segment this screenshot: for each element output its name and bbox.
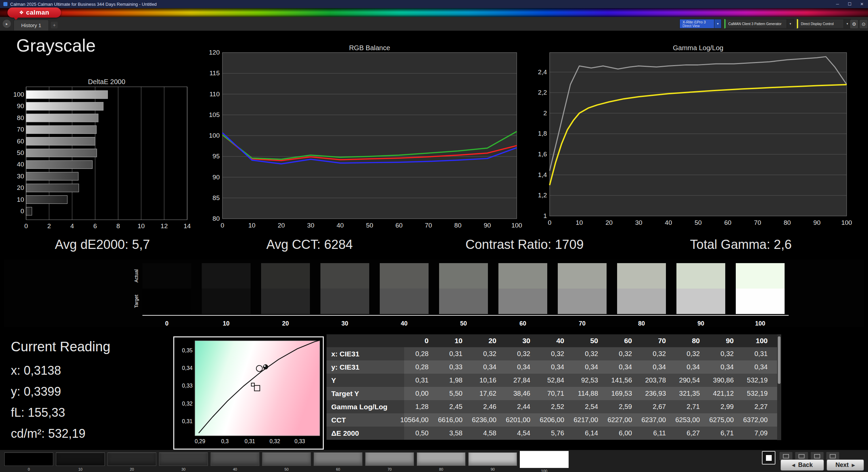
history-nav-button[interactable]: ▸ <box>3 20 11 28</box>
table-cell: 5,76 <box>540 427 574 440</box>
table-cell: 1,28 <box>404 400 438 413</box>
table-column-header: 80 <box>675 334 709 347</box>
gear-icon[interactable]: ⚙ <box>850 19 859 29</box>
pattern-swatch-button[interactable] <box>262 452 311 466</box>
table-cell: 2,54 <box>574 400 608 413</box>
svg-text:0,31: 0,31 <box>182 418 193 424</box>
table-cell: 2,59 <box>608 400 642 413</box>
pattern-swatch-button[interactable] <box>417 452 466 466</box>
tab-history-1[interactable]: History 1 <box>14 20 49 31</box>
svg-text:100: 100 <box>13 91 24 98</box>
maximize-button[interactable]: ☐ <box>844 0 856 8</box>
table-cell: 532,19 <box>743 387 777 400</box>
swatch-actual <box>439 263 488 289</box>
table-column-header: 30 <box>506 334 540 347</box>
table-cell: 321,35 <box>675 387 709 400</box>
svg-text:105: 105 <box>209 111 220 118</box>
pattern-swatch-button[interactable] <box>365 452 414 466</box>
target-row-label: Target <box>134 289 139 314</box>
table-header-row: 0102030405060708090100 <box>327 334 777 347</box>
target-icon[interactable]: ⊙ <box>859 19 868 29</box>
table-corner-cell <box>327 334 404 347</box>
cie-chart: 0,350,340,330,320,310,290,30,310,320,33 <box>174 337 323 449</box>
table-scrollbar-thumb[interactable] <box>778 336 781 384</box>
table-cell: 6,71 <box>709 427 743 440</box>
svg-text:10: 10 <box>138 222 145 230</box>
table-cell: 6,00 <box>608 427 642 440</box>
reading-fl: fL: 155,33 <box>11 406 65 420</box>
svg-text:6: 6 <box>93 222 97 230</box>
pattern-swatch-button[interactable] <box>468 452 517 466</box>
next-button[interactable]: Next ▶ <box>827 459 864 471</box>
display-selector[interactable]: Direct Display Control ▾ <box>797 19 851 28</box>
svg-text:115: 115 <box>210 70 220 77</box>
svg-text:110: 110 <box>210 91 220 98</box>
pattern-window-button[interactable] <box>762 451 775 465</box>
swatch-target <box>439 289 488 314</box>
table-row-label: CCT <box>327 413 404 427</box>
window-layout-icon <box>830 454 836 458</box>
table-cell: 27,84 <box>506 374 540 387</box>
table-row: ΔE 20000,503,584,584,545,766,146,006,116… <box>327 427 777 440</box>
svg-text:0,3: 0,3 <box>221 438 229 444</box>
actual-row-label: Actual <box>134 263 139 289</box>
back-button[interactable]: ◀ Back <box>781 459 824 471</box>
svg-text:40: 40 <box>17 161 24 168</box>
table-cell: 10564,00 <box>404 413 438 427</box>
swatch-level-label: 30 <box>320 320 369 327</box>
deltae-bar <box>26 91 108 99</box>
meter-selector-body: X-Rite i1Pro 3 Direct View <box>680 19 714 28</box>
pattern-swatch-button[interactable] <box>159 452 208 466</box>
grayscale-swatch: 10 <box>202 263 251 314</box>
minimize-button[interactable]: ─ <box>831 0 844 8</box>
window-layout-icon <box>814 454 820 458</box>
title-bar: Calman 2025 Calman Ultimate for Business… <box>0 0 868 8</box>
table-cell: 0,34 <box>709 360 743 374</box>
meter-selector[interactable]: X-Rite i1Pro 3 Direct View ▾ <box>679 19 722 28</box>
pattern-swatch-button[interactable] <box>4 452 53 466</box>
swatch-target <box>558 289 607 314</box>
deltae-bar <box>26 184 79 192</box>
pattern-swatch-button[interactable] <box>314 452 362 466</box>
svg-text:80: 80 <box>454 222 461 229</box>
source-selector[interactable]: CalMAN Client 3 Pattern Generator ▾ <box>724 19 794 28</box>
table-cell: 0,34 <box>472 360 506 374</box>
svg-text:40: 40 <box>337 222 344 229</box>
swatch-level-label: 60 <box>498 320 547 327</box>
swatch-actual <box>558 263 607 289</box>
table-cell: 4,58 <box>472 427 506 440</box>
svg-text:0,35: 0,35 <box>182 348 193 353</box>
swatch-actual <box>320 263 369 289</box>
table-cell: 1,98 <box>438 374 472 387</box>
svg-text:20: 20 <box>278 222 285 229</box>
table-cell: 203,78 <box>642 374 675 387</box>
pattern-swatch-button[interactable] <box>107 452 156 466</box>
svg-text:60: 60 <box>724 219 731 226</box>
back-button-label: Back <box>798 461 813 469</box>
table-cell: 6237,00 <box>642 413 675 427</box>
svg-text:50: 50 <box>366 222 373 229</box>
chevron-down-icon[interactable]: ▾ <box>787 19 794 28</box>
calman-logo[interactable]: ❖ calman <box>7 7 61 18</box>
table-cell: 169,53 <box>608 387 642 400</box>
svg-text:30: 30 <box>17 173 24 180</box>
pattern-swatch-button[interactable] <box>211 452 259 466</box>
table-cell: 2,45 <box>438 400 472 413</box>
grayscale-swatch: 80 <box>617 263 666 314</box>
svg-text:50: 50 <box>694 219 702 226</box>
new-tab-button[interactable]: + <box>51 22 58 28</box>
pattern-swatch-button[interactable] <box>56 452 105 466</box>
table-cell: 38,46 <box>506 387 540 400</box>
table-scrollbar[interactable] <box>777 334 781 440</box>
chevron-down-icon[interactable]: ▾ <box>714 19 721 28</box>
spectrum-stripe <box>0 8 868 17</box>
close-button[interactable]: ✕ <box>856 0 868 8</box>
display-name: Direct Display Control <box>801 22 842 26</box>
pattern-swatch-label: 20 <box>107 467 156 471</box>
svg-text:1,8: 1,8 <box>538 130 547 137</box>
pattern-swatch-label: 50 <box>262 467 311 471</box>
deltae-bar <box>26 196 67 204</box>
pattern-swatch-button[interactable] <box>520 451 569 468</box>
svg-text:100: 100 <box>841 219 852 226</box>
svg-text:0,32: 0,32 <box>182 401 193 407</box>
